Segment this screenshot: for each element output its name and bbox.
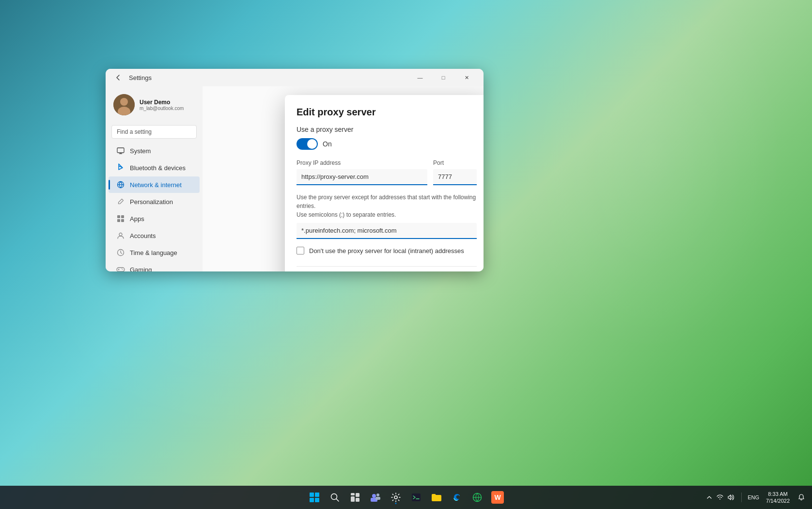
sidebar-item-time[interactable]: Time & language xyxy=(109,244,200,261)
window-titlebar: Settings — □ ✕ xyxy=(106,69,484,86)
user-name: User Demo xyxy=(140,99,195,106)
dialog-toggle-label: On xyxy=(323,140,332,148)
user-info: User Demo m_lab@outlook.com xyxy=(140,99,195,111)
svg-rect-21 xyxy=(310,498,314,502)
proxy-form-row: Proxy IP address Port xyxy=(297,159,477,185)
chevron-up-icon[interactable] xyxy=(704,493,714,502)
sidebar-label-system: System xyxy=(130,147,151,155)
window-title: Settings xyxy=(129,74,152,81)
svg-point-38 xyxy=(719,499,720,500)
system-tray-icons xyxy=(704,493,735,502)
start-button[interactable] xyxy=(306,489,323,506)
port-group: Port xyxy=(433,159,477,185)
search-input[interactable] xyxy=(111,125,197,139)
svg-point-31 xyxy=(376,493,379,496)
exceptions-line1: Use the proxy server except for addresse… xyxy=(297,194,476,209)
proxy-ip-input[interactable] xyxy=(297,169,427,185)
user-profile[interactable]: User Demo m_lab@outlook.com xyxy=(106,90,203,123)
taskbar-browser2-button[interactable] xyxy=(468,489,486,506)
taskbar-widgets-button[interactable] xyxy=(346,489,364,506)
personalization-icon xyxy=(116,197,125,206)
settings-window: Settings — □ ✕ User Demo xyxy=(106,69,484,271)
settings-sidebar: User Demo m_lab@outlook.com System xyxy=(106,86,203,271)
sidebar-label-time: Time & language xyxy=(130,249,177,256)
svg-rect-8 xyxy=(117,215,120,218)
sidebar-label-accounts: Accounts xyxy=(130,232,156,239)
port-input[interactable] xyxy=(433,169,477,185)
dialog-section-label: Use a proxy server xyxy=(297,126,477,133)
svg-rect-34 xyxy=(412,493,421,501)
dialog-title: Edit proxy server xyxy=(297,107,477,118)
clock[interactable]: 8:33 AM 7/14/2022 xyxy=(763,490,793,506)
taskbar: W xyxy=(0,486,812,509)
system-icon xyxy=(116,146,125,155)
keyboard-lang[interactable]: ENG xyxy=(748,494,759,500)
dialog-footer: Save Cancel xyxy=(297,266,477,271)
taskbar-search-button[interactable] xyxy=(326,489,344,506)
clock-time: 8:33 AM xyxy=(768,491,787,497)
maximize-button[interactable]: □ xyxy=(432,70,454,85)
taskbar-files-button[interactable] xyxy=(428,489,445,506)
intranet-checkbox[interactable] xyxy=(297,247,304,254)
avatar xyxy=(113,94,135,115)
window-body: User Demo m_lab@outlook.com System xyxy=(106,86,484,271)
sidebar-item-gaming[interactable]: Gaming xyxy=(109,261,200,271)
svg-point-17 xyxy=(122,269,123,270)
taskbar-chat-button[interactable] xyxy=(367,489,384,506)
sidebar-label-apps: Apps xyxy=(130,215,144,223)
sidebar-item-personalization[interactable]: Personalization xyxy=(109,193,200,210)
sidebar-item-accounts[interactable]: Accounts xyxy=(109,227,200,244)
proxy-ip-group: Proxy IP address xyxy=(297,159,427,185)
titlebar-left: Settings xyxy=(111,71,152,84)
apps-icon xyxy=(116,214,125,223)
svg-rect-10 xyxy=(117,219,120,222)
sidebar-item-system[interactable]: System xyxy=(109,143,200,159)
sidebar-label-personalization: Personalization xyxy=(130,198,173,206)
exceptions-line2: Use semicolons (;) to separate entries. xyxy=(297,211,396,218)
taskbar-center: W xyxy=(306,489,506,506)
svg-rect-28 xyxy=(356,498,359,502)
dialog-proxy-toggle[interactable] xyxy=(297,138,318,150)
intranet-checkbox-row: Don't use the proxy server for local (in… xyxy=(297,247,477,254)
time-icon xyxy=(116,248,125,257)
accounts-icon xyxy=(116,231,125,240)
exceptions-hint: Use the proxy server except for addresse… xyxy=(297,193,477,219)
exceptions-input[interactable] xyxy=(297,223,477,239)
dialog-toggle-row: On xyxy=(297,138,477,150)
sidebar-item-network[interactable]: Network & internet xyxy=(109,176,200,193)
user-email: m_lab@outlook.com xyxy=(140,106,195,111)
notifications-icon[interactable] xyxy=(796,493,806,502)
gaming-icon xyxy=(116,265,125,271)
svg-rect-32 xyxy=(375,497,380,500)
sidebar-label-gaming: Gaming xyxy=(130,266,152,272)
sidebar-label-network: Network & internet xyxy=(130,181,182,189)
taskbar-right: ENG 8:33 AM 7/14/2022 xyxy=(704,490,806,506)
close-button[interactable]: ✕ xyxy=(455,70,478,85)
volume-tray-icon[interactable] xyxy=(726,493,735,502)
minimize-button[interactable]: — xyxy=(409,70,431,85)
back-button[interactable] xyxy=(111,71,125,84)
taskbar-edge-button[interactable] xyxy=(448,489,466,506)
intranet-label: Don't use the proxy server for local (in… xyxy=(309,247,464,254)
network-icon xyxy=(116,180,125,189)
sidebar-item-bluetooth[interactable]: Bluetooth & devices xyxy=(109,159,200,176)
edit-proxy-dialog: Edit proxy server Use a proxy server On … xyxy=(285,95,484,271)
svg-rect-25 xyxy=(351,493,355,495)
svg-rect-9 xyxy=(121,215,124,218)
svg-point-29 xyxy=(372,494,376,498)
bluetooth-icon xyxy=(116,163,125,172)
svg-rect-3 xyxy=(117,148,124,153)
svg-rect-22 xyxy=(315,498,319,502)
taskbar-terminal-button[interactable] xyxy=(407,489,425,506)
network-tray-icon[interactable] xyxy=(715,493,725,502)
svg-rect-27 xyxy=(351,496,355,502)
taskbar-settings-button[interactable] xyxy=(387,489,405,506)
taskbar-app-w-button[interactable]: W xyxy=(489,489,506,506)
svg-line-24 xyxy=(336,499,339,501)
sidebar-label-bluetooth: Bluetooth & devices xyxy=(130,164,186,172)
clock-date: 7/14/2022 xyxy=(766,497,790,504)
svg-rect-26 xyxy=(356,493,359,497)
svg-point-33 xyxy=(394,496,397,499)
sidebar-item-apps[interactable]: Apps xyxy=(109,210,200,227)
svg-rect-11 xyxy=(121,219,124,222)
